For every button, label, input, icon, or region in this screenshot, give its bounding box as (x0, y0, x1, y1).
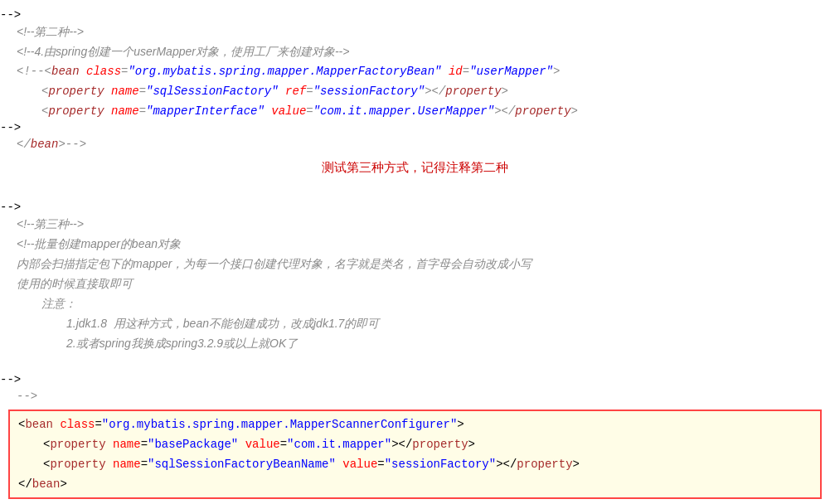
highlight-line-bean: <bean class="org.mybatis.spring.mapper.M… (10, 414, 820, 434)
comment-line-15: 2.或者spring我换成spring3.2.9或以上就OK了 (0, 334, 298, 352)
property-session-factory: <property name="sqlSessionFactoryBeanNam… (10, 455, 580, 473)
code-line-4: <property name="sqlSessionFactory" ref="… (0, 81, 830, 101)
highlight-line-property-2: <property name="sqlSessionFactoryBeanNam… (10, 454, 820, 474)
code-line-13: 注意： (0, 293, 830, 313)
code-line-16 (0, 353, 830, 373)
empty-line-8 (0, 182, 23, 200)
code-line-7: 测试第三种方式，记得注释第二种 (0, 154, 830, 181)
code-line-15: 2.或者spring我换成spring3.2.9或以上就OK了 (0, 333, 830, 353)
code-line-10: <!--批量创建mapper的bean对象 (0, 234, 830, 254)
comment-line-11: 内部会扫描指定包下的mapper，为每一个接口创建代理对象，名字就是类名，首字母… (0, 254, 531, 273)
comment-line-14: 1.jdk1.8 用这种方式，bean不能创建成功，改成jdk1.7的即可 (0, 314, 379, 332)
comment-line-5: <property name="mapperInterface" value="… (0, 102, 578, 120)
code-line-14: 1.jdk1.8 用这种方式，bean不能创建成功，改成jdk1.7的即可 (0, 313, 830, 333)
code-line-6: </bean>--> (0, 134, 830, 154)
code-line-3: <!--<bean class="org.mybatis.spring.mapp… (0, 61, 830, 81)
code-line-17: --> (0, 386, 830, 406)
comment-line-6: </bean>--> (0, 135, 86, 153)
comment-line-9: <!--第三种--> (0, 215, 84, 233)
code-line-8 (0, 181, 830, 201)
property-base-package: <property name="basePackage" value="com.… (10, 435, 475, 453)
comment-end-line: --> (0, 387, 37, 405)
code-container: --> <!--第二种--> <!--4.由spring创建一个userMapp… (0, 0, 830, 504)
bean-open-tag: <bean class="org.mybatis.spring.mapper.M… (10, 415, 464, 434)
highlight-line-bean-close: </bean> (10, 474, 820, 494)
comment-line-12: 使用的时候直接取即可 (0, 274, 133, 293)
comment-line-1: <!--第二种--> (0, 22, 84, 41)
code-line-5: <property name="mapperInterface" value="… (0, 101, 830, 121)
comment-line-13: 注意： (0, 294, 76, 313)
center-message: 测试第三种方式，记得注释第二种 (322, 155, 508, 180)
comment-line-4: <property name="sqlSessionFactory" ref="… (0, 82, 508, 100)
code-line-11: 内部会扫描指定包下的mapper，为每一个接口创建代理对象，名字就是类名，首字母… (0, 254, 830, 274)
comment-line-10: <!--批量创建mapper的bean对象 (0, 235, 181, 253)
code-line-12: 使用的时候直接取即可 (0, 274, 830, 293)
highlight-line-property-1: <property name="basePackage" value="com.… (10, 434, 820, 454)
code-line-2: <!--4.由spring创建一个userMapper对象，使用工厂来创建对象-… (0, 41, 830, 61)
comment-line-2: <!--4.由spring创建一个userMapper对象，使用工厂来创建对象-… (0, 42, 349, 61)
empty-line-16 (0, 354, 23, 372)
bean-close-tag: </bean> (10, 475, 67, 493)
comment-line-3: <!--<bean class="org.mybatis.spring.mapp… (0, 62, 560, 80)
code-line-9: <!--第三种--> (0, 214, 830, 234)
highlight-block: <bean class="org.mybatis.spring.mapper.M… (8, 410, 822, 499)
code-line-1: <!--第二种--> (0, 22, 830, 41)
